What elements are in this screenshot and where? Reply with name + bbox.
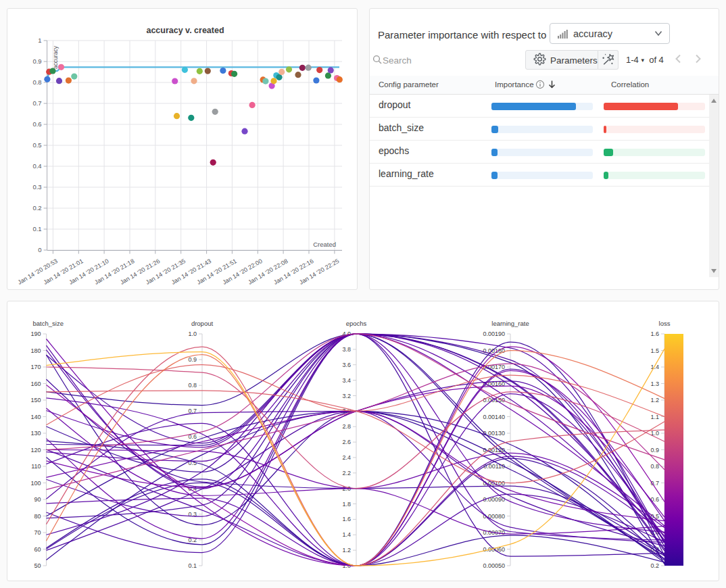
svg-text:1.4: 1.4 [650,364,659,370]
svg-text:0.00130: 0.00130 [483,430,505,437]
svg-text:0.3: 0.3 [32,183,41,191]
svg-text:learning_rate: learning_rate [491,320,529,327]
svg-text:0.1: 0.1 [188,562,197,569]
svg-text:130: 130 [30,430,41,437]
svg-text:140: 140 [30,414,41,420]
svg-text:0.8: 0.8 [32,78,41,86]
svg-text:50: 50 [34,562,41,569]
svg-text:160: 160 [30,381,41,387]
svg-text:1.0: 1.0 [188,330,197,337]
svg-text:1.5: 1.5 [650,347,659,354]
svg-text:0.1: 0.1 [32,225,41,232]
svg-text:1.6: 1.6 [650,330,659,337]
svg-text:0.9: 0.9 [188,356,197,363]
svg-text:0.4: 0.4 [32,162,41,170]
svg-text:0.00190: 0.00190 [483,330,505,337]
svg-text:170: 170 [30,364,41,370]
svg-text:dropout: dropout [191,320,214,327]
svg-text:2.2: 2.2 [342,470,351,476]
svg-text:epochs: epochs [346,320,367,327]
svg-text:100: 100 [30,480,41,487]
svg-text:150: 150 [30,397,41,403]
svg-text:3.4: 3.4 [342,377,351,384]
svg-text:120: 120 [30,447,41,454]
svg-text:110: 110 [31,463,41,470]
svg-text:3.2: 3.2 [342,393,351,399]
svg-text:1.6: 1.6 [342,516,351,522]
svg-text:1.4: 1.4 [342,531,351,538]
svg-text:190: 190 [30,330,41,337]
svg-text:70: 70 [34,529,41,536]
svg-text:3.8: 3.8 [342,346,351,353]
svg-text:0.00050: 0.00050 [483,562,505,569]
svg-text:0.7: 0.7 [32,99,41,107]
svg-text:3.6: 3.6 [342,362,351,368]
svg-text:1.2: 1.2 [650,397,659,403]
svg-text:60: 60 [34,546,41,553]
svg-text:1.2: 1.2 [342,547,351,554]
svg-text:0.8: 0.8 [188,382,197,389]
svg-text:accuracy v. created: accuracy v. created [146,26,224,35]
svg-text:0.00110: 0.00110 [483,463,505,470]
svg-text:accuracy: accuracy [52,45,59,69]
svg-text:loss: loss [659,320,671,327]
svg-text:2.6: 2.6 [342,439,351,445]
svg-text:1: 1 [38,36,41,44]
svg-text:0.2: 0.2 [32,204,41,212]
svg-text:0: 0 [38,246,41,253]
svg-text:0.00140: 0.00140 [483,414,505,420]
svg-text:0.8: 0.8 [650,463,659,470]
svg-text:1.8: 1.8 [342,501,351,508]
svg-text:0.5: 0.5 [32,141,41,149]
svg-text:0.9: 0.9 [32,57,41,65]
svg-text:Created: Created [313,241,336,248]
svg-text:0.9: 0.9 [650,447,659,454]
svg-text:0.6: 0.6 [32,120,41,128]
svg-text:2.4: 2.4 [342,454,351,461]
svg-text:90: 90 [34,496,41,503]
svg-text:1.3: 1.3 [650,381,659,387]
svg-text:0.00150: 0.00150 [483,397,505,403]
svg-text:batch_size: batch_size [33,320,64,327]
svg-text:0.2: 0.2 [650,562,659,569]
svg-text:2.8: 2.8 [342,423,351,430]
svg-text:180: 180 [30,347,41,354]
svg-text:80: 80 [34,513,41,520]
